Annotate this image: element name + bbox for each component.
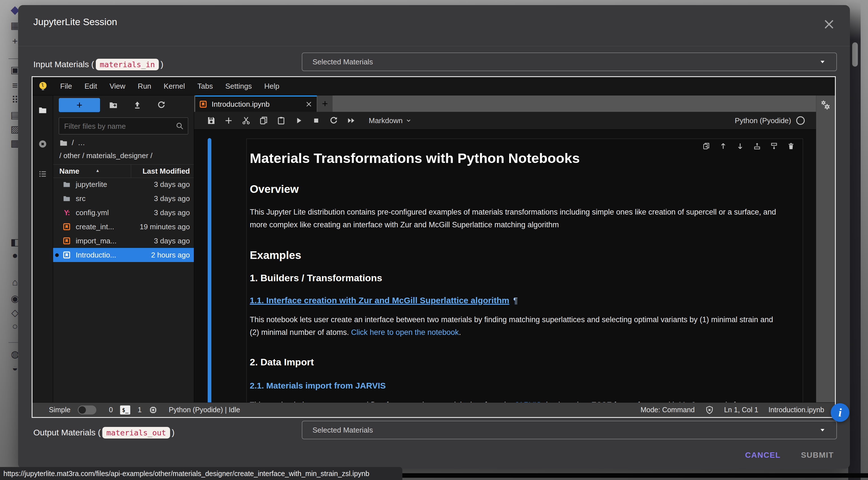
file-modified-time: 3 days ago	[154, 180, 190, 189]
menu-item[interactable]: Kernel	[157, 82, 191, 91]
toggle-knob	[79, 406, 86, 414]
output-label-close-paren: )	[172, 428, 175, 437]
menu-item[interactable]: Tabs	[191, 82, 219, 91]
file-row[interactable]: Y: import_ma... 3 days ago	[53, 234, 194, 248]
insert-cell-below-icon[interactable]	[770, 142, 778, 150]
menu-item[interactable]: Run	[132, 82, 158, 91]
move-cell-up-icon[interactable]	[719, 142, 727, 150]
file-name: import_ma...	[76, 237, 117, 245]
save-icon[interactable]	[207, 116, 216, 125]
close-icon[interactable]	[823, 18, 835, 31]
jupyter-menubar: FileEditViewRunKernelTabsSettingsHelp	[32, 77, 835, 96]
column-name[interactable]: Name	[59, 167, 80, 176]
upload-icon[interactable]	[133, 101, 142, 109]
copy-icon[interactable]	[259, 116, 268, 125]
jarvis-link[interactable]: JARVIS	[515, 401, 541, 402]
delete-cell-icon[interactable]	[787, 142, 795, 150]
insert-cell-icon[interactable]	[224, 116, 233, 125]
file-name: src	[76, 194, 86, 203]
tab-introduction-ipynb[interactable]: Introduction.ipynb	[195, 96, 317, 112]
column-last-modified[interactable]: Last Modified	[143, 167, 190, 176]
file-row[interactable]: Y: create_int... 19 minutes ago	[53, 220, 194, 234]
duplicate-cell-icon[interactable]	[703, 142, 710, 150]
cut-icon[interactable]	[242, 116, 251, 125]
home-folder-icon[interactable]	[59, 139, 68, 147]
breadcrumb-root[interactable]: /	[72, 138, 74, 147]
page-scrollbar-thumb[interactable]	[852, 42, 858, 67]
trust-shield-icon[interactable]	[705, 406, 714, 414]
menu-item[interactable]: Edit	[78, 82, 103, 91]
menu-item[interactable]: Settings	[219, 82, 258, 91]
breadcrumb-ellipsis[interactable]: …	[78, 138, 86, 147]
new-tab-button[interactable]	[317, 96, 333, 112]
file-row[interactable]: Y: jupyterlite 3 days ago	[53, 177, 194, 192]
restart-icon[interactable]	[329, 116, 338, 125]
tab-close-icon[interactable]	[305, 101, 312, 108]
markdown-cell[interactable]: Materials Transformations with Python No…	[246, 139, 803, 402]
new-launcher-button[interactable]	[59, 98, 100, 112]
materials-in-code-chip: materials_in	[96, 59, 159, 70]
kernel-status-text[interactable]: Python (Pyodide) | Idle	[169, 406, 240, 414]
interrupt-icon[interactable]	[312, 116, 321, 125]
new-folder-icon[interactable]	[109, 101, 118, 109]
data-import-heading: 2. Data Import	[250, 356, 783, 368]
output-label-text: Output Materials (	[33, 428, 101, 437]
file-row[interactable]: Y: Introductio... 2 hours ago	[53, 248, 194, 262]
input-materials-select[interactable]: Selected Materials	[302, 53, 837, 71]
submit-button[interactable]: SUBMIT	[801, 451, 834, 460]
tab-title: Introduction.ipynb	[212, 100, 270, 109]
file-name: create_int...	[76, 222, 114, 231]
info-button[interactable]: i	[831, 403, 849, 422]
file-browser-tab-icon[interactable]	[38, 106, 47, 115]
cursor-position[interactable]: Ln 1, Col 1	[724, 406, 758, 414]
filter-files-input[interactable]	[59, 118, 172, 135]
anchor-pilcrow[interactable]: ¶	[514, 296, 518, 305]
simple-label: Simple	[49, 406, 70, 414]
dialog-title: JupyterLite Session	[33, 16, 117, 27]
chevron-down-icon	[405, 117, 412, 124]
cpu-chip-icon	[149, 406, 157, 414]
output-materials-label: Output Materials (materials_out)	[33, 423, 175, 442]
file-name: config.yml	[76, 208, 109, 217]
interface-paragraph: This notebook lets user create an interf…	[250, 313, 783, 339]
menu-item[interactable]: File	[54, 82, 78, 91]
menu-item[interactable]: View	[103, 82, 132, 91]
notebook-h1: Materials Transformations with Python No…	[250, 150, 783, 166]
cell-type-select[interactable]: Markdown	[369, 116, 412, 125]
move-cell-down-icon[interactable]	[736, 142, 744, 150]
jarvis-heading-link[interactable]: 2.1. Materials import from JARVIS	[250, 381, 386, 390]
table-of-contents-tab-icon[interactable]	[38, 169, 47, 178]
cancel-button[interactable]: CANCEL	[745, 451, 781, 460]
property-inspector-gears-icon[interactable]	[820, 100, 831, 111]
file-list-header[interactable]: Name ▲ Last Modified	[53, 164, 194, 178]
running-kernel-dot	[55, 253, 59, 257]
file-row[interactable]: Y: src 3 days ago	[53, 192, 194, 206]
file-row[interactable]: Y: config.yml 3 days ago	[53, 206, 194, 220]
output-materials-select[interactable]: Selected Materials	[302, 421, 837, 439]
paste-icon[interactable]	[277, 116, 286, 125]
cell-collapser[interactable]	[208, 138, 211, 402]
refresh-icon[interactable]	[157, 101, 166, 109]
insert-cell-above-icon[interactable]	[753, 142, 761, 150]
terminal-icon: $_	[120, 406, 130, 414]
kernel-select[interactable]: Python (Pyodide)	[735, 116, 805, 125]
notebook-file-icon	[63, 223, 71, 231]
breadcrumb-path[interactable]: / other / materials_designer /	[59, 151, 153, 160]
open-notebook-link[interactable]: Click here to open the notebook	[351, 328, 459, 337]
yaml-file-icon: Y:	[63, 209, 71, 216]
overview-heading: Overview	[250, 183, 783, 196]
run-all-icon[interactable]	[347, 116, 356, 125]
link-url-tooltip: https://jupyterlite.mat3ra.com/files/api…	[0, 467, 402, 480]
menu-item[interactable]: Help	[258, 82, 285, 91]
kernels-count: 1	[137, 406, 142, 414]
running-kernels-tab-icon[interactable]	[38, 139, 47, 148]
simple-mode-toggle[interactable]	[78, 406, 96, 414]
tab-bar: Introduction.ipynb	[194, 96, 816, 112]
jupyterlite-session-dialog: JupyterLite Session Input Materials (mat…	[18, 5, 850, 469]
cell-toolbar	[703, 142, 795, 150]
interface-link[interactable]: 1.1. Interface creation with Zur and McG…	[250, 296, 509, 305]
cell-type-value: Markdown	[369, 116, 403, 125]
jupyterlite-logo-icon	[38, 81, 48, 91]
command-mode-indicator: Mode: Command	[641, 406, 695, 414]
run-icon[interactable]	[294, 116, 303, 125]
